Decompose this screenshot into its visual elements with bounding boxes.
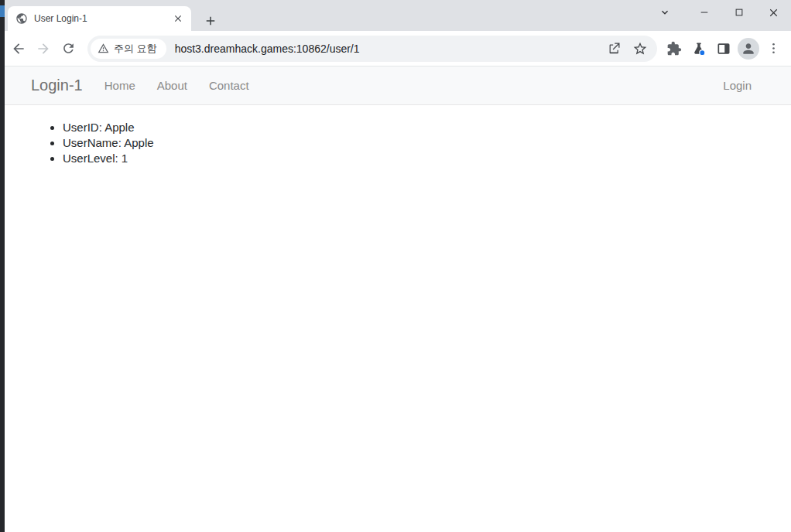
tab-close-icon[interactable] xyxy=(171,12,185,26)
maximize-button[interactable] xyxy=(721,0,756,25)
nav-link-contact[interactable]: Contact xyxy=(209,79,249,92)
share-icon[interactable] xyxy=(606,41,622,56)
forward-button[interactable] xyxy=(33,38,54,60)
labs-flask-icon[interactable] xyxy=(687,36,711,61)
browser-window: User Login-1 xyxy=(5,0,791,532)
warning-triangle-icon xyxy=(98,43,109,54)
bookmark-star-icon[interactable] xyxy=(632,41,648,56)
minimize-button[interactable] xyxy=(687,0,721,25)
extensions-puzzle-icon[interactable] xyxy=(662,36,687,61)
background-window-edge xyxy=(0,0,5,532)
window-controls xyxy=(649,0,791,25)
nav-link-login[interactable]: Login xyxy=(723,79,752,92)
globe-favicon-icon xyxy=(15,12,28,25)
security-chip-label: 주의 요함 xyxy=(114,42,157,56)
url-text[interactable]: host3.dreamhack.games:10862/user/1 xyxy=(175,43,606,55)
toolbar-extensions-area xyxy=(662,36,786,61)
tab-search-chevron-icon[interactable] xyxy=(649,0,680,25)
refresh-button[interactable] xyxy=(57,38,79,60)
side-panel-icon[interactable] xyxy=(711,36,736,61)
nav-link-home[interactable]: Home xyxy=(104,79,135,92)
person-icon xyxy=(738,38,759,60)
browser-tab[interactable]: User Login-1 xyxy=(8,6,191,31)
nav-link-about[interactable]: About xyxy=(157,79,187,92)
back-button[interactable] xyxy=(8,38,29,60)
browser-toolbar: 주의 요함 host3.dreamhack.games:10862/user/1 xyxy=(5,31,791,66)
user-info-list: UserID: Apple UserName: Apple UserLevel:… xyxy=(5,120,791,166)
security-chip[interactable]: 주의 요함 xyxy=(91,39,166,59)
site-navbar: Login-1 Home About Contact Login xyxy=(5,66,791,105)
profile-avatar[interactable] xyxy=(736,36,761,61)
tab-title: User Login-1 xyxy=(34,13,171,24)
user-level-item: UserLevel: 1 xyxy=(63,151,791,166)
close-window-button[interactable] xyxy=(756,0,791,25)
new-tab-button[interactable] xyxy=(200,10,221,31)
background-window-accent xyxy=(0,5,5,17)
page-content: Login-1 Home About Contact Login UserID:… xyxy=(5,66,791,531)
navbar-brand[interactable]: Login-1 xyxy=(31,77,83,94)
user-name-item: UserName: Apple xyxy=(63,135,791,151)
address-bar[interactable]: 주의 요함 host3.dreamhack.games:10862/user/1 xyxy=(87,36,657,62)
user-id-item: UserID: Apple xyxy=(63,120,791,135)
browser-menu-kebab-icon[interactable] xyxy=(761,36,786,61)
tab-bar: User Login-1 xyxy=(5,0,791,31)
